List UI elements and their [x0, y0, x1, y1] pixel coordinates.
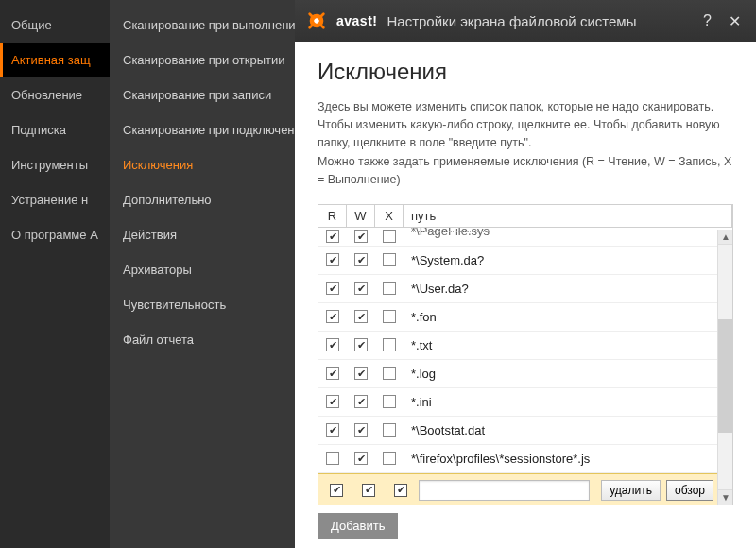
- avast-logo-icon: [306, 10, 327, 31]
- checkbox[interactable]: [394, 484, 407, 497]
- checkbox[interactable]: [354, 395, 368, 408]
- titlebar: avast! Настройки экрана файловой системы…: [295, 0, 756, 42]
- exclusions-table: R W X путь *\PageFile.sys*\System.da?*\U…: [318, 204, 733, 505]
- path-cell: *.ini: [404, 395, 717, 409]
- checkbox[interactable]: [354, 282, 368, 295]
- table-row[interactable]: *\firefox\profiles\*sessionstore*.js: [318, 445, 717, 473]
- browse-button[interactable]: обзор: [666, 480, 713, 501]
- table-row[interactable]: *.fon: [318, 303, 717, 332]
- table-row[interactable]: *\PageFile.sys: [318, 228, 717, 247]
- close-button[interactable]: ✕: [725, 12, 745, 30]
- delete-button[interactable]: удалить: [601, 480, 661, 501]
- path-cell: *.log: [404, 367, 717, 381]
- col-w: W: [347, 205, 375, 227]
- secondary-nav-item[interactable]: Файл отчета: [110, 322, 295, 357]
- col-path: путь: [404, 205, 732, 227]
- checkbox[interactable]: [326, 253, 339, 266]
- add-button[interactable]: Добавить: [318, 513, 398, 539]
- secondary-nav-item[interactable]: Сканирование при открытии: [110, 43, 295, 77]
- primary-nav-item[interactable]: Активная защ: [0, 43, 110, 77]
- secondary-sidebar: Сканирование при выполненииСканирование …: [110, 0, 295, 548]
- checkbox[interactable]: [354, 367, 368, 380]
- checkbox[interactable]: [354, 253, 368, 266]
- path-cell: *.txt: [404, 338, 717, 352]
- table-row[interactable]: *.txt: [318, 332, 717, 360]
- table-body: *\PageFile.sys*\System.da?*\User.da?*.fo…: [318, 228, 732, 505]
- checkbox[interactable]: [354, 423, 368, 437]
- checkbox[interactable]: [383, 338, 396, 351]
- edit-row: удалитьобзор: [318, 473, 717, 505]
- checkbox[interactable]: [326, 230, 339, 243]
- checkbox[interactable]: [383, 282, 396, 295]
- checkbox[interactable]: [326, 367, 339, 380]
- checkbox[interactable]: [383, 253, 396, 266]
- path-cell: *.fon: [404, 310, 717, 324]
- table-header: R W X путь: [318, 205, 732, 228]
- path-cell: *\Bootstat.dat: [404, 423, 717, 437]
- checkbox[interactable]: [383, 310, 396, 323]
- checkbox[interactable]: [354, 230, 368, 243]
- col-r: R: [318, 205, 347, 227]
- checkbox[interactable]: [383, 367, 396, 380]
- checkbox[interactable]: [383, 452, 396, 465]
- secondary-nav-item[interactable]: Чувствительность: [110, 287, 295, 322]
- checkbox[interactable]: [326, 338, 339, 351]
- checkbox[interactable]: [326, 310, 339, 323]
- path-cell: *\System.da?: [404, 253, 717, 267]
- path-cell: *\PageFile.sys: [404, 228, 717, 238]
- vertical-scrollbar[interactable]: ▲ ▼: [717, 230, 732, 505]
- checkbox[interactable]: [354, 452, 368, 465]
- scroll-thumb[interactable]: [718, 319, 732, 433]
- path-input[interactable]: [419, 480, 590, 501]
- window-title: Настройки экрана файловой системы: [387, 13, 636, 29]
- table-row[interactable]: *.log: [318, 360, 717, 388]
- secondary-nav-item[interactable]: Сканирование при выполнении: [110, 8, 295, 43]
- help-button[interactable]: ?: [699, 12, 715, 29]
- description-line-2: Можно также задать применяемые исключени…: [318, 153, 733, 189]
- checkbox[interactable]: [354, 310, 368, 323]
- checkbox[interactable]: [383, 230, 396, 243]
- path-cell: *\User.da?: [404, 282, 717, 296]
- scroll-up-arrow-icon[interactable]: ▲: [718, 230, 733, 245]
- brand-text: avast!: [336, 13, 377, 28]
- table-row[interactable]: *\Bootstat.dat: [318, 417, 717, 445]
- checkbox[interactable]: [383, 423, 396, 437]
- table-row[interactable]: *.ini: [318, 388, 717, 417]
- checkbox[interactable]: [383, 395, 396, 408]
- primary-nav-item[interactable]: Инструменты: [0, 147, 110, 182]
- description-line-1: Здесь вы можете изменить список папок, к…: [318, 98, 733, 151]
- checkbox[interactable]: [362, 484, 375, 497]
- primary-nav-item[interactable]: Обновление: [0, 77, 110, 112]
- secondary-nav-item[interactable]: Сканирование при подключении: [110, 112, 295, 147]
- checkbox[interactable]: [326, 282, 339, 295]
- table-row[interactable]: *\User.da?: [318, 275, 717, 303]
- primary-sidebar: ОбщиеАктивная защОбновлениеПодпискаИнстр…: [0, 0, 110, 548]
- checkbox[interactable]: [326, 395, 339, 408]
- checkbox[interactable]: [354, 338, 368, 351]
- primary-nav-item[interactable]: Подписка: [0, 112, 110, 147]
- checkbox[interactable]: [326, 452, 339, 465]
- page-heading: Исключения: [318, 59, 733, 85]
- secondary-nav-item[interactable]: Дополнительно: [110, 182, 295, 217]
- primary-nav-item[interactable]: Устранение н: [0, 182, 110, 217]
- content-area: Исключения Здесь вы можете изменить спис…: [295, 42, 756, 548]
- secondary-nav-item[interactable]: Сканирование при записи: [110, 77, 295, 112]
- col-x: X: [375, 205, 404, 227]
- path-cell: *\firefox\profiles\*sessionstore*.js: [404, 452, 717, 466]
- checkbox[interactable]: [326, 423, 339, 437]
- scroll-down-arrow-icon[interactable]: ▼: [718, 489, 733, 505]
- primary-nav-item[interactable]: Общие: [0, 8, 110, 43]
- table-row[interactable]: *\System.da?: [318, 247, 717, 275]
- secondary-nav-item[interactable]: Архиваторы: [110, 252, 295, 287]
- main-panel: avast! Настройки экрана файловой системы…: [295, 0, 756, 548]
- secondary-nav-item[interactable]: Действия: [110, 217, 295, 252]
- checkbox[interactable]: [330, 484, 343, 497]
- secondary-nav-item[interactable]: Исключения: [110, 147, 295, 182]
- primary-nav-item[interactable]: О программе A: [0, 217, 110, 252]
